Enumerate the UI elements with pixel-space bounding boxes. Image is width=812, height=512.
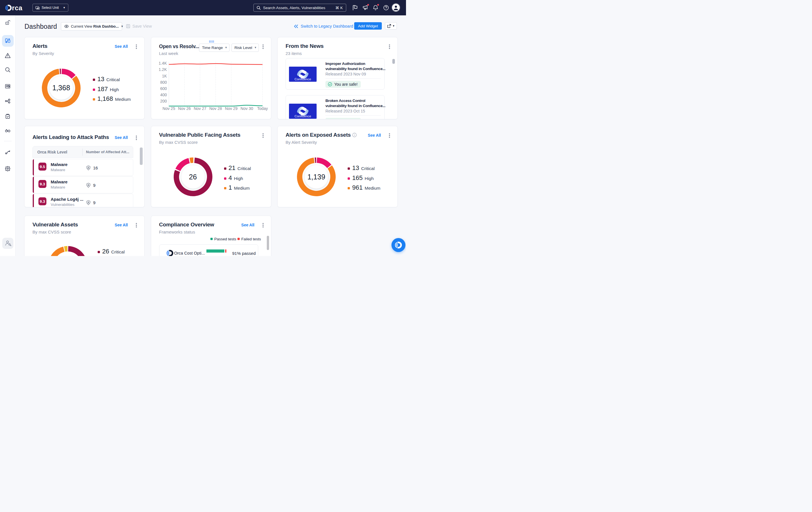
svg-text:Nov 30: Nov 30 <box>240 106 253 111</box>
svg-text:Nov 25: Nov 25 <box>162 106 175 111</box>
svg-text:Nov 27: Nov 27 <box>194 106 206 111</box>
svg-text:Nov 28: Nov 28 <box>209 106 222 111</box>
svg-text:1.2K: 1.2K <box>158 67 167 72</box>
svg-text:Today: Today <box>257 106 268 111</box>
svg-text:1.4K: 1.4K <box>158 61 167 65</box>
svg-text:600: 600 <box>160 86 167 90</box>
svg-text:1K: 1K <box>162 74 167 78</box>
svg-text:rca: rca <box>12 4 23 11</box>
svg-text:400: 400 <box>160 92 167 97</box>
svg-text:Nov 29: Nov 29 <box>225 106 238 111</box>
svg-text:Nov 26: Nov 26 <box>178 106 191 111</box>
svg-text:Confluence: Confluence <box>294 114 311 118</box>
svg-text:Confluence: Confluence <box>294 78 311 81</box>
svg-text:800: 800 <box>160 80 167 84</box>
svg-text:200: 200 <box>160 99 167 103</box>
